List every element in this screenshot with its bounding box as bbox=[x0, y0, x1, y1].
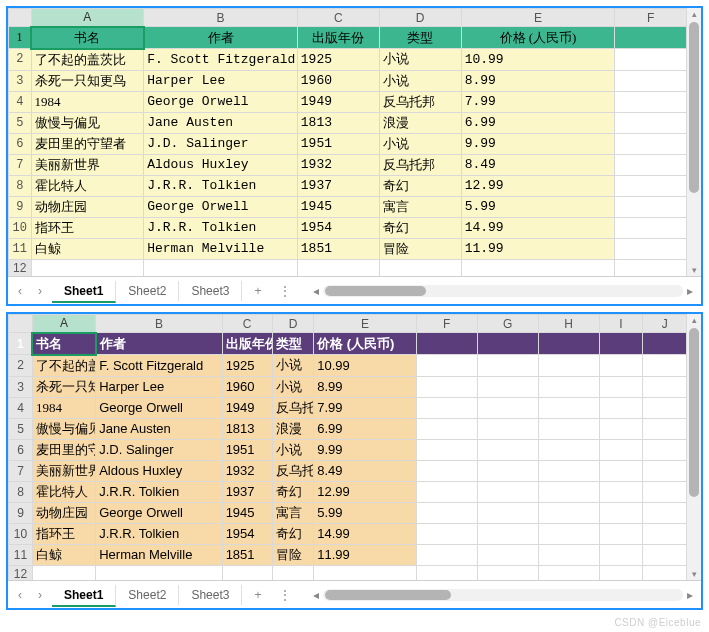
cell[interactable] bbox=[538, 544, 599, 565]
cell[interactable] bbox=[416, 355, 477, 377]
cell[interactable]: 浪漫 bbox=[379, 112, 461, 133]
cell[interactable]: George Orwell bbox=[96, 502, 222, 523]
cell[interactable]: 指环王 bbox=[31, 217, 144, 238]
header-cell[interactable]: 书名 bbox=[32, 333, 95, 355]
cell[interactable] bbox=[615, 175, 687, 196]
header-cell[interactable] bbox=[643, 333, 687, 355]
column-header[interactable]: H bbox=[538, 315, 599, 333]
row-header[interactable]: 7 bbox=[9, 154, 32, 175]
scroll-up-icon[interactable]: ▴ bbox=[692, 314, 697, 326]
cell[interactable]: 1851 bbox=[222, 544, 272, 565]
cell[interactable] bbox=[599, 397, 643, 418]
cell[interactable] bbox=[538, 355, 599, 377]
cell[interactable]: 奇幻 bbox=[379, 217, 461, 238]
horizontal-scrollbar[interactable]: ◂ ▸ bbox=[309, 284, 697, 298]
row-header[interactable]: 2 bbox=[9, 49, 32, 71]
cell[interactable] bbox=[461, 259, 615, 276]
cell[interactable] bbox=[643, 523, 687, 544]
row-header[interactable]: 5 bbox=[9, 112, 32, 133]
cell[interactable]: George Orwell bbox=[144, 196, 298, 217]
cell[interactable] bbox=[416, 544, 477, 565]
row-header[interactable]: 10 bbox=[9, 523, 33, 544]
cell[interactable]: 反乌托邦 bbox=[272, 460, 313, 481]
cell[interactable] bbox=[416, 481, 477, 502]
cell[interactable] bbox=[538, 397, 599, 418]
row-header[interactable]: 11 bbox=[9, 544, 33, 565]
cell[interactable] bbox=[477, 460, 538, 481]
row-header[interactable]: 12 bbox=[9, 259, 32, 276]
cell[interactable]: Aldous Huxley bbox=[96, 460, 222, 481]
cell[interactable] bbox=[477, 565, 538, 580]
header-cell[interactable]: 作者 bbox=[144, 27, 298, 49]
tab-nav-next-icon[interactable]: › bbox=[32, 586, 48, 604]
row-header[interactable]: 7 bbox=[9, 460, 33, 481]
cell[interactable]: 1984 bbox=[31, 91, 144, 112]
cell[interactable]: 8.99 bbox=[314, 376, 416, 397]
vscroll-thumb[interactable] bbox=[689, 328, 699, 497]
row-header[interactable]: 8 bbox=[9, 175, 32, 196]
cell[interactable] bbox=[477, 376, 538, 397]
header-cell[interactable] bbox=[538, 333, 599, 355]
cell[interactable]: 动物庄园 bbox=[32, 502, 95, 523]
cell[interactable] bbox=[615, 112, 687, 133]
cell[interactable] bbox=[643, 397, 687, 418]
add-sheet-button[interactable]: + bbox=[246, 282, 269, 300]
cell[interactable]: George Orwell bbox=[96, 397, 222, 418]
cell[interactable] bbox=[643, 565, 687, 580]
cell[interactable] bbox=[477, 502, 538, 523]
cell[interactable]: 6.99 bbox=[461, 112, 615, 133]
cell[interactable]: 1954 bbox=[222, 523, 272, 544]
row-header[interactable]: 2 bbox=[9, 355, 33, 377]
cell[interactable]: 小说 bbox=[272, 439, 313, 460]
cell[interactable]: Herman Melville bbox=[96, 544, 222, 565]
sheet-tab[interactable]: Sheet1 bbox=[52, 281, 116, 303]
vertical-scrollbar[interactable]: ▴ ▾ bbox=[687, 8, 701, 276]
cell[interactable] bbox=[477, 418, 538, 439]
cell[interactable] bbox=[477, 481, 538, 502]
sheet-tab[interactable]: Sheet2 bbox=[116, 281, 179, 301]
row-header[interactable]: 12 bbox=[9, 565, 33, 580]
cell[interactable]: 12.99 bbox=[461, 175, 615, 196]
cell[interactable]: 11.99 bbox=[314, 544, 416, 565]
row-header[interactable]: 8 bbox=[9, 481, 33, 502]
cell[interactable] bbox=[314, 565, 416, 580]
column-header[interactable]: F bbox=[416, 315, 477, 333]
cell[interactable]: 14.99 bbox=[314, 523, 416, 544]
cell[interactable]: 了不起的盖茨比 bbox=[31, 49, 144, 71]
scroll-down-icon[interactable]: ▾ bbox=[692, 568, 697, 580]
cell[interactable]: 1851 bbox=[297, 238, 379, 259]
cell[interactable]: 14.99 bbox=[461, 217, 615, 238]
cell[interactable]: 美丽新世界 bbox=[31, 154, 144, 175]
header-cell[interactable] bbox=[477, 333, 538, 355]
cell[interactable]: 10.99 bbox=[314, 355, 416, 377]
column-header[interactable]: E bbox=[314, 315, 416, 333]
cell[interactable]: 1949 bbox=[297, 91, 379, 112]
cell[interactable] bbox=[643, 439, 687, 460]
tab-nav-prev-icon[interactable]: ‹ bbox=[12, 586, 28, 604]
cell[interactable]: Harper Lee bbox=[96, 376, 222, 397]
cell[interactable]: 杀死一只知更鸟 bbox=[31, 70, 144, 91]
cell[interactable] bbox=[538, 418, 599, 439]
cell[interactable]: 寓言 bbox=[272, 502, 313, 523]
vscroll-track[interactable] bbox=[688, 20, 700, 264]
cell[interactable]: 7.99 bbox=[461, 91, 615, 112]
column-header[interactable]: B bbox=[96, 315, 222, 333]
row-header[interactable]: 3 bbox=[9, 376, 33, 397]
cell[interactable]: 反乌托邦 bbox=[379, 154, 461, 175]
cell[interactable]: 8.99 bbox=[461, 70, 615, 91]
cell[interactable] bbox=[31, 259, 144, 276]
cell[interactable]: 1932 bbox=[297, 154, 379, 175]
cell[interactable]: Aldous Huxley bbox=[144, 154, 298, 175]
column-header[interactable]: C bbox=[297, 9, 379, 27]
scroll-up-icon[interactable]: ▴ bbox=[692, 8, 697, 20]
cell[interactable]: 小说 bbox=[379, 133, 461, 154]
cell[interactable]: 5.99 bbox=[461, 196, 615, 217]
cell[interactable] bbox=[416, 460, 477, 481]
cell[interactable]: 1949 bbox=[222, 397, 272, 418]
cell[interactable]: J.R.R. Tolkien bbox=[144, 175, 298, 196]
column-header[interactable]: E bbox=[461, 9, 615, 27]
cell[interactable]: 10.99 bbox=[461, 49, 615, 71]
cell[interactable] bbox=[477, 355, 538, 377]
add-sheet-button[interactable]: + bbox=[246, 586, 269, 604]
cell[interactable]: 小说 bbox=[379, 70, 461, 91]
